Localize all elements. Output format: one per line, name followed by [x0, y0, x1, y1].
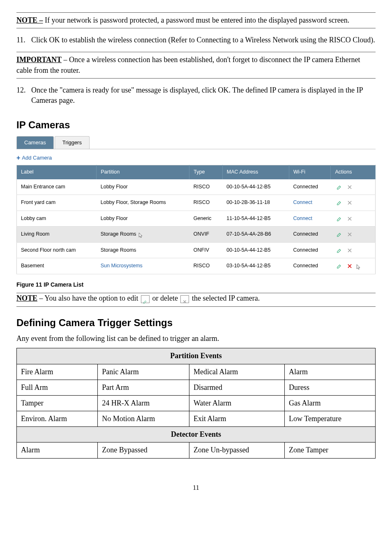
ip-cameras-heading: IP Cameras	[16, 118, 376, 132]
important-text: – Once a wireless connection has been es…	[16, 56, 360, 74]
cell-partition: Sun Microsystems	[97, 258, 189, 274]
cell-wifi: Connected	[289, 242, 331, 258]
edit-icon[interactable]	[337, 263, 342, 269]
cell-wifi: Connected	[289, 179, 331, 195]
cell-type: ONFIV	[189, 242, 223, 258]
table-row[interactable]: Living Room Storage Rooms ONVIF 07-10-5A…	[17, 227, 376, 243]
cell-mac: 00-10-5A-44-12-B5	[222, 242, 289, 258]
events-table: Partition Events Fire AlarmPanic AlarmMe…	[16, 348, 376, 458]
delete-icon[interactable]	[347, 184, 353, 190]
event-cell: Gas Alarm	[285, 395, 376, 411]
trigger-settings-desc: Any event from the following list can be…	[16, 334, 376, 344]
table-row: Full ArmPart ArmDisarmedDuress	[17, 380, 376, 395]
delete-icon[interactable]	[347, 263, 353, 269]
cell-mac: 00-10-5A-44-12-B5	[222, 179, 289, 195]
col-actions: Actions	[331, 165, 376, 179]
delete-icon[interactable]	[347, 232, 353, 237]
ip-camera-table: Label Partition Type MAC Address Wi-Fi A…	[16, 165, 376, 274]
cell-wifi: Connected	[289, 227, 331, 243]
step-11: 11. Click OK to establish the wireless c…	[29, 35, 376, 45]
note-edit-delete: NOTE – You also have the option to edit …	[16, 293, 376, 306]
table-row: Tamper24 HR-X AlarmWater AlarmGas Alarm	[17, 395, 376, 411]
table-row[interactable]: Lobby cam Lobby Floor Generic 11-10-5A-4…	[17, 211, 376, 227]
cell-type: RISCO	[189, 179, 223, 195]
edit-icon[interactable]	[337, 232, 342, 237]
plus-icon: +	[16, 153, 20, 162]
event-cell: Exit Alarm	[189, 411, 284, 427]
cell-actions	[331, 258, 376, 274]
delete-icon[interactable]	[347, 248, 353, 253]
edit-icon[interactable]	[337, 248, 342, 253]
cell-label: Living Room	[17, 227, 97, 243]
step-text: Once the "camera is ready for use" messa…	[31, 86, 363, 104]
figure-caption: Figure 11 IP Camera List	[16, 281, 376, 289]
note-text: If your network is password protected, a…	[43, 16, 350, 24]
event-cell: Low Temperature	[285, 411, 376, 427]
event-cell: Zone Un-bypassed	[189, 442, 284, 458]
important-label: IMPORTANT	[16, 56, 62, 64]
event-cell: Full Arm	[17, 380, 98, 395]
cell-partition: Storage Rooms	[97, 227, 189, 243]
cell-partition: Lobby Floor, Storage Rooms	[97, 195, 189, 211]
cell-wifi[interactable]: Connect	[289, 211, 331, 227]
cell-type: Generic	[189, 211, 223, 227]
cell-mac: 07-10-5A-4A-28-B6	[222, 227, 289, 243]
table-row: Fire AlarmPanic AlarmMedical AlarmAlarm	[17, 364, 376, 380]
tab-bar: Cameras Triggers	[16, 136, 376, 149]
delete-icon[interactable]	[347, 200, 353, 206]
partition-events-header: Partition Events	[17, 348, 376, 364]
col-type: Type	[189, 165, 223, 179]
event-cell: Fire Alarm	[17, 364, 98, 380]
event-cell: Alarm	[285, 364, 376, 380]
event-cell: No Motion Alarm	[98, 411, 189, 427]
cursor-icon	[138, 232, 144, 238]
cell-wifi: Connected	[289, 258, 331, 274]
table-row[interactable]: Front yard cam Lobby Floor, Storage Room…	[17, 195, 376, 211]
table-row[interactable]: Second Floor north cam Storage Rooms ONF…	[17, 242, 376, 258]
edit-icon[interactable]	[337, 184, 342, 190]
edit-icon-inline	[141, 295, 150, 303]
add-camera-link[interactable]: + Add Camera	[16, 153, 376, 162]
cell-label: Second Floor north cam	[17, 242, 97, 258]
event-cell: Alarm	[17, 442, 98, 458]
step-number: 11.	[16, 35, 25, 45]
event-cell: Zone Bypassed	[98, 442, 189, 458]
table-row[interactable]: Main Entrance cam Lobby Floor RISCO 00-1…	[17, 179, 376, 195]
event-cell: Duress	[285, 380, 376, 395]
tab-triggers[interactable]: Triggers	[55, 136, 90, 149]
step-number: 12.	[16, 85, 26, 95]
edit-icon[interactable]	[337, 200, 342, 206]
cell-actions	[331, 227, 376, 243]
event-cell: Water Alarm	[189, 395, 284, 411]
table-row: AlarmZone BypassedZone Un-bypassedZone T…	[17, 442, 376, 458]
event-cell: 24 HR-X Alarm	[98, 395, 189, 411]
cell-mac: 11-10-5A-44-12-B5	[222, 211, 289, 227]
tab-cameras[interactable]: Cameras	[16, 136, 54, 149]
cell-label: Front yard cam	[17, 195, 97, 211]
cell-partition: Storage Rooms	[97, 242, 189, 258]
event-cell: Part Arm	[98, 380, 189, 395]
cell-partition: Lobby Floor	[97, 211, 189, 227]
event-cell: Medical Alarm	[189, 364, 284, 380]
note2-part2: or delete	[150, 294, 180, 302]
cell-label: Main Entrance cam	[17, 179, 97, 195]
page-number: 11	[16, 483, 376, 492]
event-cell: Tamper	[17, 395, 98, 411]
note-label: NOTE	[16, 294, 37, 302]
event-cell: Panic Alarm	[98, 364, 189, 380]
cell-label: Lobby cam	[17, 211, 97, 227]
delete-icon[interactable]	[347, 216, 353, 222]
note2-part3: the selected IP camera.	[190, 294, 260, 302]
cell-type: ONVIF	[189, 227, 223, 243]
delete-icon-inline	[180, 295, 189, 303]
cursor-icon	[356, 264, 362, 270]
add-camera-label: Add Camera	[22, 154, 52, 162]
detector-events-header: Detector Events	[17, 427, 376, 442]
cell-wifi[interactable]: Connect	[289, 195, 331, 211]
cell-mac: 03-10-5A-44-12-B5	[222, 258, 289, 274]
edit-icon[interactable]	[337, 216, 342, 222]
step-text: Click OK to establish the wireless conne…	[31, 36, 375, 44]
col-label: Label	[17, 165, 97, 179]
important-block: IMPORTANT – Once a wireless connection h…	[16, 52, 376, 78]
table-row[interactable]: Basement Sun Microsystems RISCO 03-10-5A…	[17, 258, 376, 274]
